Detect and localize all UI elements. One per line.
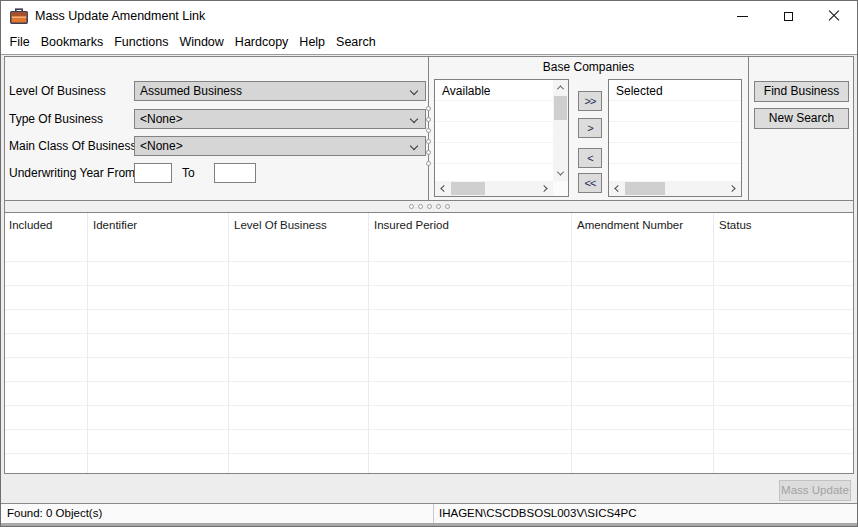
grip-dot-icon <box>445 204 450 209</box>
status-bar: Found: 0 Object(s) IHAGEN\CSCDBSOSL003V\… <box>1 503 857 523</box>
column-header-insured-period[interactable]: Insured Period <box>374 213 449 238</box>
scroll-right-button[interactable] <box>726 181 741 196</box>
table-body-empty <box>5 238 853 473</box>
new-search-button[interactable]: New Search <box>754 108 849 129</box>
scrollbar-corner <box>553 181 568 196</box>
grip-dot-icon <box>426 150 431 155</box>
main-class-of-business-label: Main Class Of Business <box>9 136 136 156</box>
underwriting-year-from-input[interactable] <box>134 163 172 183</box>
window-title: Mass Update Amendment Link <box>35 1 205 31</box>
add-button[interactable]: > <box>578 118 602 138</box>
maximize-icon <box>784 12 793 21</box>
grip-dot-icon <box>426 106 431 111</box>
column-header-included[interactable]: Included <box>9 213 52 238</box>
scroll-left-button[interactable] <box>435 181 450 196</box>
chevron-down-icon <box>410 115 418 123</box>
selected-companies-list[interactable]: Selected <box>608 79 742 197</box>
results-table: Included Identifier Level Of Business In… <box>4 212 854 474</box>
chevron-left-icon <box>614 185 621 192</box>
available-label: Available <box>442 84 490 98</box>
minimize-button[interactable] <box>719 1 765 31</box>
chevron-right-icon <box>729 185 736 192</box>
type-of-business-value: <None> <box>140 112 183 126</box>
menu-bar: File Bookmarks Functions Window Hardcopy… <box>1 31 857 54</box>
menu-item-help[interactable]: Help <box>294 31 331 54</box>
grip-dot-icon <box>418 204 423 209</box>
available-companies-list[interactable]: Available <box>434 79 569 197</box>
menu-item-search[interactable]: Search <box>331 31 382 54</box>
briefcase-icon <box>10 8 28 24</box>
selected-label: Selected <box>616 84 663 98</box>
main-class-of-business-value: <None> <box>140 139 183 153</box>
column-header-level-of-business[interactable]: Level Of Business <box>234 213 327 238</box>
underwriting-year-from-label: Underwriting Year From <box>9 163 135 183</box>
grip-dot-icon <box>409 204 414 209</box>
menu-item-functions[interactable]: Functions <box>109 31 174 54</box>
grip-dot-icon <box>426 161 431 166</box>
available-horizontal-scrollbar[interactable] <box>435 181 553 196</box>
remove-all-button[interactable]: << <box>578 173 602 193</box>
title-bar: Mass Update Amendment Link <box>1 1 857 31</box>
column-header-amendment-number[interactable]: Amendment Number <box>577 213 683 238</box>
app-window: Mass Update Amendment Link File Bookmark… <box>0 0 858 527</box>
chevron-right-icon <box>541 185 548 192</box>
grip-dot-icon <box>426 117 431 122</box>
selected-horizontal-scrollbar[interactable] <box>609 181 741 196</box>
chevron-left-icon <box>440 185 447 192</box>
main-class-of-business-select[interactable]: <None> <box>134 136 426 156</box>
column-header-identifier[interactable]: Identifier <box>93 213 137 238</box>
status-connection-info: IHAGEN\CSCDBSOSL003V\SICS4PC <box>439 504 637 523</box>
level-of-business-value: Assumed Business <box>140 84 242 98</box>
scroll-down-button[interactable] <box>553 166 568 181</box>
window-controls <box>719 1 857 31</box>
grip-dot-icon <box>436 204 441 209</box>
remove-button[interactable]: < <box>578 148 602 168</box>
close-button[interactable] <box>811 1 857 31</box>
menu-item-window[interactable]: Window <box>174 31 229 54</box>
level-of-business-select[interactable]: Assumed Business <box>134 81 426 101</box>
scroll-right-button[interactable] <box>538 181 553 196</box>
chevron-up-icon <box>557 85 564 92</box>
taskbar-edge <box>1 523 857 527</box>
chevron-down-icon <box>410 142 418 150</box>
grip-dot-icon <box>426 128 431 133</box>
menu-item-file[interactable]: File <box>4 31 35 54</box>
close-icon <box>828 10 840 22</box>
find-business-button[interactable]: Find Business <box>754 81 849 102</box>
underwriting-year-to-label: To <box>182 163 195 183</box>
grip-dot-icon <box>427 204 432 209</box>
horizontal-scrollbar-thumb[interactable] <box>625 182 665 195</box>
menu-item-bookmarks[interactable]: Bookmarks <box>35 31 109 54</box>
status-found-count: Found: 0 Object(s) <box>7 504 102 523</box>
horizontal-scrollbar-thumb[interactable] <box>451 182 485 195</box>
add-all-button[interactable]: >> <box>578 91 602 111</box>
chevron-down-icon <box>557 169 564 176</box>
horizontal-splitter-grip[interactable] <box>4 201 854 212</box>
type-of-business-select[interactable]: <None> <box>134 109 426 129</box>
vertical-splitter-grip[interactable] <box>426 106 431 166</box>
scroll-up-button[interactable] <box>553 80 568 95</box>
vertical-scrollbar-thumb[interactable] <box>554 96 567 120</box>
chevron-down-icon <box>410 87 418 95</box>
column-header-status[interactable]: Status <box>719 213 752 238</box>
maximize-button[interactable] <box>765 1 811 31</box>
mass-update-button[interactable]: Mass Update <box>779 480 851 501</box>
status-bar-divider <box>433 504 434 523</box>
underwriting-year-to-input[interactable] <box>214 163 256 183</box>
minimize-icon <box>737 16 748 17</box>
grip-dot-icon <box>426 139 431 144</box>
scroll-left-button[interactable] <box>609 181 624 196</box>
vertical-separator <box>748 57 749 200</box>
available-vertical-scrollbar[interactable] <box>553 80 568 181</box>
type-of-business-label: Type Of Business <box>9 109 103 129</box>
menu-item-hardcopy[interactable]: Hardcopy <box>229 31 294 54</box>
search-criteria-panel: Level Of Business Assumed Business Type … <box>4 56 854 201</box>
base-companies-title: Base Companies <box>429 60 748 74</box>
level-of-business-label: Level Of Business <box>9 81 106 101</box>
